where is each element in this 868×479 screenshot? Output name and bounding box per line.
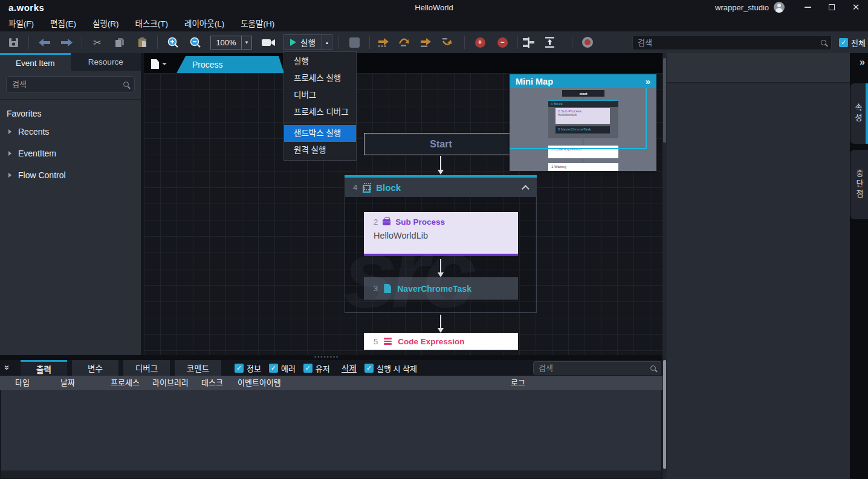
node-code-expression[interactable]: 5 Code Expression (364, 333, 518, 350)
node-block-header[interactable]: 4 Block (345, 175, 537, 197)
filter-info-checkbox[interactable] (235, 364, 244, 373)
tab-debug[interactable]: 디버그 (123, 360, 170, 376)
recorder-button[interactable] (261, 35, 276, 50)
node-label: Sub Process (395, 217, 445, 227)
stop-button[interactable] (347, 35, 361, 50)
align-vertical-button[interactable] (542, 35, 557, 50)
remove-breakpoint-button[interactable]: − (495, 35, 510, 50)
zoom-out-button[interactable] (188, 35, 202, 50)
resume-button[interactable] (439, 35, 454, 50)
node-naver-chrome-task[interactable]: 3 NaverChromeTask (364, 277, 518, 300)
mini-map[interactable]: Mini Map » start 4 Block 2 Sub Process H… (510, 74, 656, 171)
tab-comment[interactable]: 코멘트 (175, 360, 221, 376)
collapse-chevron-icon[interactable] (522, 185, 530, 193)
zoom-level-value[interactable]: 100% (210, 36, 242, 50)
copy-button[interactable] (112, 35, 127, 50)
expand-caret-icon[interactable] (8, 173, 11, 178)
scrollbar-thumb[interactable] (663, 58, 666, 143)
undo-button[interactable] (37, 35, 51, 50)
bottom-panel-collapse-icon[interactable]: » (2, 365, 13, 370)
save-icon (8, 37, 19, 48)
column-date[interactable]: 날짜 (60, 376, 75, 390)
menu-layout[interactable]: 레이아웃(L) (184, 17, 224, 29)
redo-button[interactable] (59, 35, 74, 50)
connector-arrow (440, 259, 441, 272)
tab-process[interactable]: Process (177, 56, 284, 73)
sidebar-item-flow-control[interactable]: Flow Control (0, 164, 141, 186)
column-event-item[interactable]: 이벤트아이템 (238, 376, 281, 390)
sidebar-item-eventitem[interactable]: EventItem (0, 143, 141, 164)
delete-link[interactable]: 삭제 (342, 360, 357, 376)
record-button[interactable] (580, 35, 595, 50)
cut-button[interactable]: ✂ (90, 35, 105, 50)
mini-map-collapse-icon[interactable]: » (646, 76, 650, 86)
node-label: NaverChromeTask (397, 284, 471, 294)
save-button[interactable] (6, 35, 21, 50)
mini-map-viewport[interactable] (510, 88, 647, 149)
column-library[interactable]: 라이브러리 (152, 376, 189, 390)
search-icon (821, 40, 826, 45)
menu-item-run[interactable]: 실행 (284, 53, 356, 70)
left-sidebar: Event Item Resource Favorites Recents Ev… (0, 53, 141, 360)
menu-task[interactable]: 태스크(T) (135, 17, 169, 29)
toolbar-search-input[interactable] (638, 38, 821, 47)
step-out-button[interactable] (418, 35, 433, 50)
toolbar-search[interactable] (632, 35, 832, 50)
select-all-checkbox[interactable] (839, 38, 848, 47)
run-dropdown-button[interactable]: ▲ (322, 34, 332, 50)
menu-file[interactable]: 파일(F) (8, 17, 34, 29)
delete-on-run-checkbox[interactable] (364, 364, 374, 373)
menu-item-sandbox-run[interactable]: 샌드박스 실행 (284, 125, 356, 142)
column-log[interactable]: 로그 (511, 376, 525, 390)
filter-user-checkbox[interactable] (303, 364, 313, 373)
connector-arrow (440, 156, 441, 170)
tab-properties[interactable]: 속성 (850, 83, 868, 144)
column-process[interactable]: 프로세스 (111, 376, 140, 390)
add-breakpoint-button[interactable]: + (473, 35, 487, 50)
menu-item-remote-run[interactable]: 원격 실행 (284, 142, 356, 159)
menu-edit[interactable]: 편집(E) (50, 17, 76, 29)
log-horizontal-scrollbar[interactable] (1, 471, 661, 478)
tab-output[interactable]: 출력 (21, 360, 67, 376)
mini-map-body[interactable]: start 4 Block 2 Sub Process HelloWorldLi… (510, 88, 656, 171)
search-icon (650, 365, 656, 371)
node-number: 4 (353, 183, 357, 192)
vertical-scrollbar[interactable] (662, 53, 667, 479)
zoom-in-button[interactable] (166, 35, 180, 50)
sidebar-search-input[interactable] (12, 80, 123, 89)
scrollbar-thumb[interactable] (663, 360, 666, 469)
menu-item-debug[interactable]: 디버그 (284, 87, 356, 104)
tab-breakpoints[interactable]: 중단점 (850, 150, 868, 219)
align-horizontal-button[interactable] (521, 35, 536, 50)
log-search[interactable] (533, 361, 661, 375)
expand-caret-icon[interactable] (8, 151, 11, 156)
log-search-input[interactable] (539, 364, 650, 373)
log-table-body[interactable] (1, 390, 661, 471)
tab-resource[interactable]: Resource (71, 53, 141, 71)
filter-error-checkbox[interactable] (269, 364, 278, 373)
expand-caret-icon[interactable] (8, 129, 11, 134)
delete-on-run-label: 실행 시 삭제 (377, 362, 417, 374)
document-menu-button[interactable] (151, 59, 167, 69)
zoom-level-dropdown[interactable]: ▼ (242, 36, 252, 50)
user-avatar-icon[interactable] (774, 2, 785, 13)
bottom-panel: » 출력 변수 디버그 코멘트 정보 에러 유저 삭제 실행 시 삭제 (0, 360, 662, 479)
tab-variables[interactable]: 변수 (72, 360, 118, 376)
step-over-button[interactable] (376, 35, 390, 50)
column-type[interactable]: 타입 (15, 376, 30, 390)
menu-item-process-run[interactable]: 프로세스 실행 (284, 70, 356, 87)
run-button[interactable]: 실행 (283, 34, 322, 50)
column-task[interactable]: 태스크 (201, 376, 223, 390)
tab-event-item[interactable]: Event Item (0, 53, 71, 71)
node-start[interactable]: Start (364, 133, 518, 155)
sidebar-search[interactable] (6, 76, 135, 92)
sidebar-item-recents[interactable]: Recents (0, 121, 141, 143)
paste-button[interactable] (135, 35, 149, 50)
menu-help[interactable]: 도움말(H) (241, 17, 274, 29)
horizontal-splitter[interactable]: •••••••• (0, 355, 662, 360)
panel-collapse-icon[interactable]: » (860, 57, 865, 68)
node-sub-process[interactable]: 2 Sub Process HelloWorldLib (364, 212, 518, 256)
step-into-button[interactable] (397, 35, 412, 50)
menu-run[interactable]: 실행(R) (92, 17, 119, 29)
menu-item-process-debug[interactable]: 프로세스 디버그 (284, 104, 356, 121)
